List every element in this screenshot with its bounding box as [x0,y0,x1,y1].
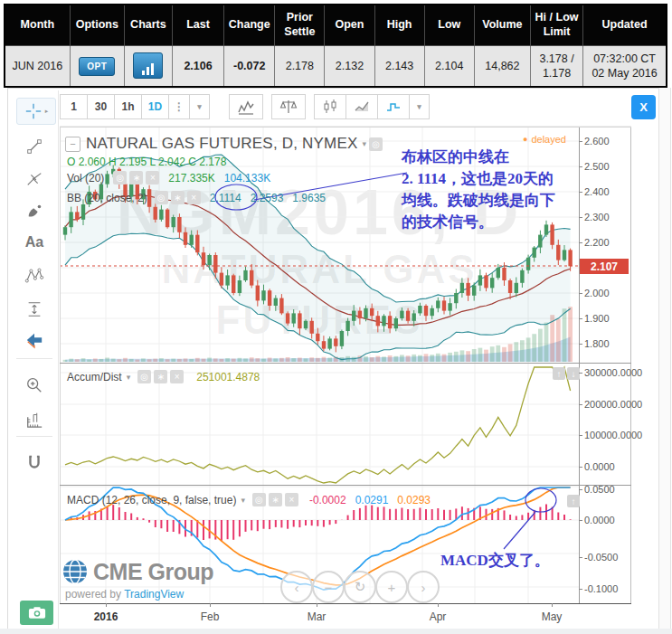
macd-axis-label: 0.0500 [584,484,615,495]
quote-data-row: JUN 2016 OPT 2.106 -0.072 2.178 2.132 2.… [5,46,667,88]
gear-icon[interactable]: ∗ [129,171,143,185]
step-style-button[interactable] [377,94,410,119]
screenshot-button[interactable] [20,601,53,625]
line-style-button[interactable] [345,94,378,119]
macd-dropdown-icon[interactable]: ▾ [241,496,245,505]
tradingview-link[interactable]: TradingView [124,588,184,601]
accum-dist-legend: Accum/Dist ▾ ◎ ∗ × 251001.4878 [67,370,260,383]
zoom-in-button[interactable]: + [375,571,408,603]
symbol-dropdown-icon[interactable]: ▾ [363,139,367,148]
bottom-strip [0,629,672,634]
col-high: High [374,5,424,46]
text-tool[interactable]: Aa [22,230,47,255]
interval-1-button[interactable]: 1 [60,94,88,119]
eye-icon[interactable]: ◎ [113,171,127,185]
col-low: Low [424,5,474,46]
interval-30-button[interactable]: 30 [87,94,115,119]
axis-tick [579,192,582,193]
collapse-legend-button[interactable]: − [65,137,80,152]
gear-icon[interactable]: ∗ [154,370,167,383]
low-cell: 2.104 [424,46,474,88]
pane-move-up-button[interactable]: ↑ [567,495,580,507]
interval-dropdown[interactable]: ▾ [189,94,210,119]
magnet-tool[interactable] [22,450,47,476]
axis-tick [579,589,582,590]
zoom-out-button[interactable]: − [312,571,345,603]
zoom-in-tool[interactable] [22,373,47,398]
accum-dropdown-icon[interactable]: ▾ [127,373,131,382]
volume-value: 217.335K [168,172,214,185]
col-options: Options [70,5,124,46]
eye-icon[interactable]: ◎ [155,191,168,204]
powered-by: powered by TradingView [65,588,184,601]
macd-axis-label: -0.0500 [584,552,618,563]
pattern-tool[interactable] [22,263,47,289]
axis-tick [579,293,582,294]
open-cell: 2.132 [325,46,374,88]
axis-tick [579,344,582,345]
eye-icon[interactable]: ◎ [252,493,266,506]
pitchfork-tool[interactable] [22,166,47,192]
compare-button[interactable] [271,94,306,119]
style-dropdown[interactable]: ▾ [409,94,430,119]
indicators-button[interactable] [229,94,263,119]
time-tick [210,603,211,607]
close-icon[interactable]: × [285,493,298,506]
interval-1d-button[interactable]: 1D [141,94,169,119]
axis-tick [579,404,582,405]
pane-move-down-button[interactable]: ↓ [567,367,580,380]
close-chart-button[interactable]: X [631,95,656,119]
pane-move-up-button[interactable]: ↑ [553,367,565,380]
volume-legend: Vol (20) ◎ ∗ × 217.335K 104.133K [67,171,270,185]
bar-icon [142,71,145,75]
close-icon[interactable]: × [187,191,201,204]
axis-tick [579,557,582,558]
magnifier-icon [25,376,43,394]
arrow-marker-tool[interactable] [22,327,47,353]
interval-more-button[interactable]: ⋮ [168,94,190,119]
bollinger-lower-value: 1.9635 [292,192,326,204]
indicators-icon [237,99,255,115]
gear-icon[interactable]: ∗ [171,191,185,204]
axis-tick [579,318,582,319]
delayed-label: delayed [531,134,566,145]
scroll-right-button[interactable]: › [407,571,440,603]
chart-button[interactable] [133,52,163,79]
gear-icon[interactable]: ∗ [269,493,282,506]
trend-line-tool[interactable] [22,134,47,159]
ohlc-legend: O 2.060 H 2.195 L 2.042 C 2.178 [67,156,226,168]
interval-1h-button[interactable]: 1h [114,94,142,119]
left-arrow-icon [24,331,44,349]
opt-button[interactable]: OPT [79,57,115,76]
chart-title: NATURAL GAS FUTURES, D, NYMEX [86,135,358,153]
close-icon[interactable]: × [146,171,159,185]
crosshair-tool[interactable]: ▸ [16,98,56,125]
divider [16,358,52,359]
scrollbar[interactable] [658,88,671,629]
col-month: Month [5,5,70,46]
eye-icon[interactable]: ◎ [137,370,151,383]
camera-icon [28,606,46,620]
scroll-left-button[interactable]: ‹ [280,571,313,603]
candlestick-icon [322,99,338,115]
prior-settle-cell: 2.178 [275,46,325,88]
eye-icon[interactable]: ◎ [369,137,383,151]
volume-cell: 14,862 [474,46,530,88]
scales-icon [279,99,298,115]
col-charts: Charts [124,5,172,46]
time-axis-label: Feb [201,610,220,623]
prediction-tool[interactable] [22,297,47,322]
bollinger-legend-label: BB (20, close, 2) [67,192,147,204]
brush-tool[interactable] [22,198,47,223]
tool-expand-caret[interactable]: ▸ [45,108,49,115]
last-cell: 2.106 [172,46,223,88]
candle-style-button[interactable] [314,94,346,119]
price-axis-label: 2.600 [584,136,610,147]
reset-view-button[interactable]: ↻ [344,571,376,603]
brush-icon [25,202,43,220]
pitchfork-icon [25,170,43,188]
close-icon[interactable]: × [170,370,184,383]
axis-tick [579,520,582,521]
measure-tool[interactable] [22,407,47,432]
price-axis-label: 2.200 [584,237,610,248]
